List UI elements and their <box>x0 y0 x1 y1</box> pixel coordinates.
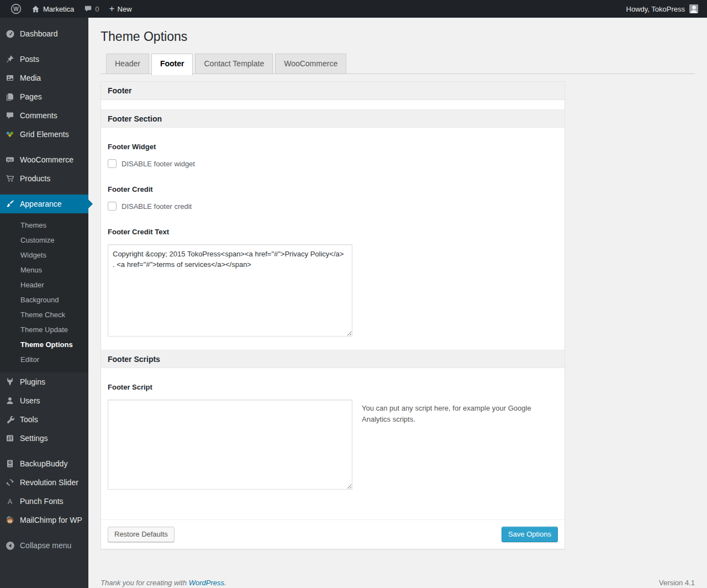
sidebar-item-label: Settings <box>20 434 48 443</box>
submenu-item-themes[interactable]: Themes <box>0 218 88 233</box>
new-label: New <box>118 5 132 13</box>
disable-footer-widget-label[interactable]: DISABLE footer widget <box>122 160 195 168</box>
sidebar-item-woocommerce[interactable]: Woo WooCommerce <box>0 150 88 169</box>
comments-bubble[interactable]: 0 <box>79 0 104 18</box>
sidebar-item-media[interactable]: Media <box>0 69 88 87</box>
footer-section-content: Footer Widget DISABLE footer widget Foot… <box>101 128 564 350</box>
version-label: Version 4.1 <box>659 579 695 587</box>
sidebar-item-grid-elements[interactable]: Grid Elements <box>0 125 88 144</box>
sidebar-item-label: Users <box>20 396 40 405</box>
sidebar-item-label: Comments <box>20 111 57 120</box>
user-icon <box>4 395 15 406</box>
collapse-menu-button[interactable]: Collapse menu <box>0 536 88 555</box>
panel-spacer <box>101 100 564 109</box>
sidebar-item-label: Appearance <box>20 200 62 208</box>
sidebar-item-label: WooCommerce <box>20 155 73 164</box>
sidebar-item-pages[interactable]: Pages <box>0 87 88 106</box>
submenu-item-header[interactable]: Header <box>0 277 88 292</box>
thanks-prefix: Thank you for creating with <box>101 579 189 587</box>
backup-drive-icon <box>4 458 15 469</box>
sidebar-item-label: MailChimp for WP <box>20 516 82 524</box>
comments-icon <box>4 110 15 121</box>
submenu-item-editor[interactable]: Editor <box>0 352 88 367</box>
sidebar-item-users[interactable]: Users <box>0 391 88 410</box>
sidebar-item-mailchimp[interactable]: MailChimp for WP <box>0 511 88 529</box>
submenu-item-menus[interactable]: Menus <box>0 262 88 277</box>
wordpress-link[interactable]: WordPress <box>189 579 224 587</box>
footer-script-label: Footer Script <box>108 368 558 391</box>
admin-sidebar: Dashboard Posts Media Pages <box>0 18 88 588</box>
submenu-item-theme-check[interactable]: Theme Check <box>0 307 88 322</box>
pages-icon <box>4 91 15 102</box>
footer-script-textarea[interactable] <box>108 400 352 490</box>
new-menu[interactable]: + New <box>104 0 137 18</box>
panel-title-footer[interactable]: Footer <box>101 82 564 100</box>
grid-elements-icon <box>4 129 15 140</box>
sidebar-item-appearance[interactable]: Appearance <box>0 195 88 213</box>
sidebar-item-revolution-slider[interactable]: Revolution Slider <box>0 473 88 492</box>
sidebar-item-backupbuddy[interactable]: BackupBuddy <box>0 454 88 473</box>
thanks-suffix: . <box>224 579 226 587</box>
section-header-footer-section[interactable]: Footer Section <box>101 109 564 128</box>
main-content: Theme Options HeaderFooterContact Templa… <box>88 18 707 588</box>
dashboard-icon <box>4 28 15 39</box>
wrench-icon <box>4 414 15 425</box>
tab-footer[interactable]: Footer <box>151 54 193 75</box>
sidebar-item-comments[interactable]: Comments <box>0 106 88 125</box>
sidebar-item-plugins[interactable]: Plugins <box>0 372 88 391</box>
howdy-account-label[interactable]: Howdy, TokoPress <box>626 5 685 13</box>
theme-options-panel: Footer Footer Section Footer Widget DISA… <box>101 81 565 549</box>
letter-a-icon: A <box>4 496 15 507</box>
submenu-item-theme-update[interactable]: Theme Update <box>0 322 88 337</box>
sidebar-item-settings[interactable]: Settings <box>0 429 88 448</box>
submenu-item-widgets[interactable]: Widgets <box>0 248 88 262</box>
footer-widget-label: Footer Widget <box>108 128 558 151</box>
sidebar-item-dashboard[interactable]: Dashboard <box>0 24 88 43</box>
woocommerce-icon: Woo <box>4 154 15 165</box>
footer-credit-text-textarea[interactable]: Copyright &copy; 2015 TokoPress<span><a … <box>108 244 352 337</box>
comment-count: 0 <box>95 5 99 13</box>
avatar[interactable] <box>689 4 698 13</box>
disable-footer-credit-checkbox[interactable] <box>108 202 117 211</box>
sidebar-item-products[interactable]: Products <box>0 169 88 188</box>
sidebar-item-tools[interactable]: Tools <box>0 410 88 429</box>
sidebar-item-label: Media <box>20 74 41 82</box>
svg-text:Woo: Woo <box>7 159 13 161</box>
disable-footer-credit-label[interactable]: DISABLE footer credit <box>122 202 192 211</box>
cart-icon <box>4 173 15 184</box>
site-menu[interactable]: Marketica <box>27 0 79 18</box>
submenu-item-theme-options[interactable]: Theme Options <box>0 337 88 352</box>
page-title: Theme Options <box>101 29 695 45</box>
paintbrush-icon <box>4 198 15 209</box>
disable-footer-widget-checkbox[interactable] <box>108 159 117 168</box>
section-header-footer-scripts[interactable]: Footer Scripts <box>101 350 564 368</box>
tab-header[interactable]: Header <box>106 54 149 74</box>
save-options-button[interactable]: Save Options <box>502 527 558 542</box>
svg-text:W: W <box>13 6 19 12</box>
tab-woocommerce[interactable]: WooCommerce <box>275 54 346 74</box>
tab-contact-template[interactable]: Contact Template <box>195 54 273 74</box>
svg-text:A: A <box>8 498 12 506</box>
sidebar-item-posts[interactable]: Posts <box>0 50 88 69</box>
plus-icon: + <box>109 4 115 13</box>
site-name: Marketica <box>43 5 74 13</box>
sidebar-item-label: Punch Fonts <box>20 497 64 506</box>
admin-footer: Thank you for creating with WordPress. V… <box>101 579 695 587</box>
appearance-submenu: Themes Customize Widgets Menus Header Ba… <box>0 213 88 372</box>
sidebar-item-label: Tools <box>20 415 38 424</box>
pushpin-icon <box>4 54 15 65</box>
wordpress-logo-icon[interactable]: W <box>6 0 27 18</box>
admin-bar: W Marketica 0 + New Howdy, TokoPress <box>0 0 707 18</box>
submenu-item-customize[interactable]: Customize <box>0 233 88 248</box>
footer-script-help-text: You can put any script here, for example… <box>362 391 533 425</box>
footer-credit-label: Footer Credit <box>108 185 558 193</box>
media-icon <box>4 72 15 83</box>
comment-bubble-icon <box>84 5 92 13</box>
submenu-item-background[interactable]: Background <box>0 292 88 307</box>
sidebar-item-punch-fonts[interactable]: A Punch Fonts <box>0 492 88 511</box>
restore-defaults-button[interactable]: Restore Defaults <box>108 527 175 542</box>
refresh-arrows-icon <box>4 477 15 488</box>
footer-credit-text-label: Footer Credit Text <box>108 228 558 236</box>
panel-actions: Restore Defaults Save Options <box>101 519 564 549</box>
sidebar-item-label: BackupBuddy <box>20 459 67 468</box>
